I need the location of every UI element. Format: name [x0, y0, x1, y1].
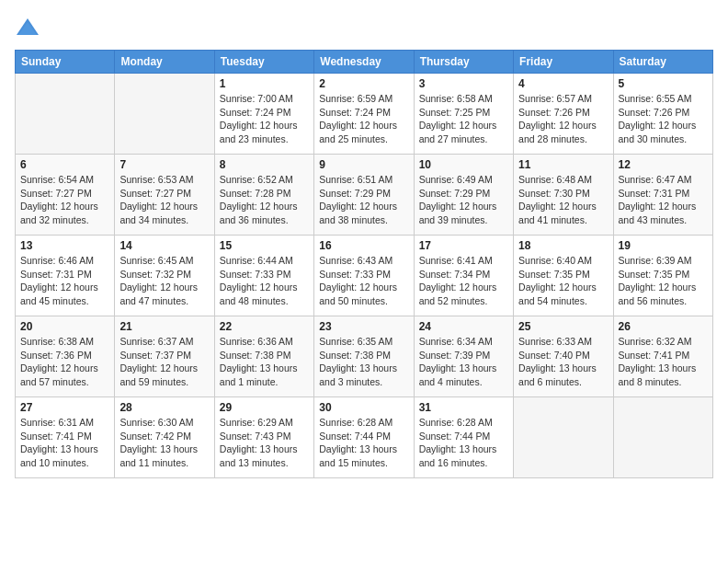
day-number: 12 — [619, 158, 708, 171]
calendar-cell — [115, 74, 214, 155]
day-number: 17 — [419, 239, 508, 252]
calendar-header-row: SundayMondayTuesdayWednesdayThursdayFrid… — [16, 51, 713, 74]
calendar-week-row: 27Sunrise: 6:31 AM Sunset: 7:41 PM Dayli… — [16, 397, 713, 478]
calendar-cell: 20Sunrise: 6:38 AM Sunset: 7:36 PM Dayli… — [16, 316, 115, 397]
day-detail: Sunrise: 6:46 AM Sunset: 7:31 PM Dayligh… — [20, 254, 109, 308]
day-detail: Sunrise: 6:41 AM Sunset: 7:34 PM Dayligh… — [419, 254, 508, 308]
day-detail: Sunrise: 6:39 AM Sunset: 7:35 PM Dayligh… — [619, 254, 708, 308]
day-number: 18 — [518, 239, 608, 252]
day-detail: Sunrise: 6:51 AM Sunset: 7:29 PM Dayligh… — [319, 173, 408, 227]
calendar-week-row: 6Sunrise: 6:54 AM Sunset: 7:27 PM Daylig… — [16, 155, 713, 236]
day-detail: Sunrise: 6:52 AM Sunset: 7:28 PM Dayligh… — [220, 173, 309, 227]
logo — [15, 15, 44, 40]
calendar-cell: 12Sunrise: 6:47 AM Sunset: 7:31 PM Dayli… — [613, 155, 712, 236]
day-detail: Sunrise: 6:33 AM Sunset: 7:40 PM Dayligh… — [518, 335, 608, 389]
day-number: 14 — [119, 239, 209, 252]
day-number: 1 — [220, 77, 309, 90]
col-header-tuesday: Tuesday — [214, 51, 313, 74]
day-number: 4 — [518, 77, 608, 90]
day-number: 25 — [518, 320, 608, 333]
calendar-cell — [514, 397, 613, 478]
calendar-cell: 14Sunrise: 6:45 AM Sunset: 7:32 PM Dayli… — [115, 236, 214, 316]
day-number: 22 — [220, 320, 309, 333]
day-detail: Sunrise: 6:53 AM Sunset: 7:27 PM Dayligh… — [119, 173, 209, 227]
day-number: 9 — [319, 158, 408, 171]
calendar-cell: 22Sunrise: 6:36 AM Sunset: 7:38 PM Dayli… — [214, 316, 313, 397]
day-number: 29 — [220, 401, 309, 414]
calendar-cell: 30Sunrise: 6:28 AM Sunset: 7:44 PM Dayli… — [314, 397, 414, 478]
day-detail: Sunrise: 6:55 AM Sunset: 7:26 PM Dayligh… — [619, 92, 708, 146]
day-number: 26 — [619, 320, 708, 333]
calendar-cell: 28Sunrise: 6:30 AM Sunset: 7:42 PM Dayli… — [115, 397, 214, 478]
day-detail: Sunrise: 6:45 AM Sunset: 7:32 PM Dayligh… — [119, 254, 209, 308]
calendar-cell: 6Sunrise: 6:54 AM Sunset: 7:27 PM Daylig… — [16, 155, 115, 236]
page-header — [15, 15, 713, 40]
day-number: 20 — [20, 320, 109, 333]
calendar-cell: 18Sunrise: 6:40 AM Sunset: 7:35 PM Dayli… — [514, 236, 613, 316]
calendar-week-row: 20Sunrise: 6:38 AM Sunset: 7:36 PM Dayli… — [16, 316, 713, 397]
calendar-cell: 5Sunrise: 6:55 AM Sunset: 7:26 PM Daylig… — [613, 74, 712, 155]
day-number: 5 — [619, 77, 708, 90]
day-detail: Sunrise: 6:43 AM Sunset: 7:33 PM Dayligh… — [319, 254, 408, 308]
calendar-cell — [16, 74, 115, 155]
day-number: 23 — [319, 320, 408, 333]
calendar-cell: 27Sunrise: 6:31 AM Sunset: 7:41 PM Dayli… — [16, 397, 115, 478]
calendar-cell: 15Sunrise: 6:44 AM Sunset: 7:33 PM Dayli… — [214, 236, 313, 316]
calendar-table: SundayMondayTuesdayWednesdayThursdayFrid… — [15, 50, 713, 478]
calendar-cell: 11Sunrise: 6:48 AM Sunset: 7:30 PM Dayli… — [514, 155, 613, 236]
calendar-cell: 31Sunrise: 6:28 AM Sunset: 7:44 PM Dayli… — [414, 397, 513, 478]
day-detail: Sunrise: 6:57 AM Sunset: 7:26 PM Dayligh… — [518, 92, 608, 146]
calendar-cell — [613, 397, 712, 478]
day-number: 3 — [419, 77, 508, 90]
calendar-cell: 25Sunrise: 6:33 AM Sunset: 7:40 PM Dayli… — [514, 316, 613, 397]
day-number: 8 — [220, 158, 309, 171]
calendar-cell: 2Sunrise: 6:59 AM Sunset: 7:24 PM Daylig… — [314, 74, 414, 155]
calendar-cell: 13Sunrise: 6:46 AM Sunset: 7:31 PM Dayli… — [16, 236, 115, 316]
calendar-cell: 7Sunrise: 6:53 AM Sunset: 7:27 PM Daylig… — [115, 155, 214, 236]
calendar-cell: 23Sunrise: 6:35 AM Sunset: 7:38 PM Dayli… — [314, 316, 414, 397]
day-detail: Sunrise: 6:48 AM Sunset: 7:30 PM Dayligh… — [518, 173, 608, 227]
day-detail: Sunrise: 6:36 AM Sunset: 7:38 PM Dayligh… — [220, 335, 309, 389]
logo-icon — [15, 15, 40, 40]
calendar-cell: 24Sunrise: 6:34 AM Sunset: 7:39 PM Dayli… — [414, 316, 513, 397]
calendar-cell: 9Sunrise: 6:51 AM Sunset: 7:29 PM Daylig… — [314, 155, 414, 236]
day-detail: Sunrise: 6:28 AM Sunset: 7:44 PM Dayligh… — [319, 416, 408, 470]
calendar-cell: 8Sunrise: 6:52 AM Sunset: 7:28 PM Daylig… — [214, 155, 313, 236]
calendar-cell: 19Sunrise: 6:39 AM Sunset: 7:35 PM Dayli… — [613, 236, 712, 316]
day-detail: Sunrise: 6:29 AM Sunset: 7:43 PM Dayligh… — [220, 416, 309, 470]
day-number: 31 — [419, 401, 508, 414]
day-detail: Sunrise: 6:35 AM Sunset: 7:38 PM Dayligh… — [319, 335, 408, 389]
day-detail: Sunrise: 6:54 AM Sunset: 7:27 PM Dayligh… — [20, 173, 109, 227]
day-detail: Sunrise: 6:47 AM Sunset: 7:31 PM Dayligh… — [619, 173, 708, 227]
day-number: 19 — [619, 239, 708, 252]
day-number: 13 — [20, 239, 109, 252]
day-detail: Sunrise: 6:59 AM Sunset: 7:24 PM Dayligh… — [319, 92, 408, 146]
calendar-cell: 29Sunrise: 6:29 AM Sunset: 7:43 PM Dayli… — [214, 397, 313, 478]
calendar-week-row: 1Sunrise: 7:00 AM Sunset: 7:24 PM Daylig… — [16, 74, 713, 155]
calendar-cell: 21Sunrise: 6:37 AM Sunset: 7:37 PM Dayli… — [115, 316, 214, 397]
col-header-thursday: Thursday — [414, 51, 513, 74]
day-number: 15 — [220, 239, 309, 252]
day-number: 30 — [319, 401, 408, 414]
calendar-cell: 1Sunrise: 7:00 AM Sunset: 7:24 PM Daylig… — [214, 74, 313, 155]
col-header-friday: Friday — [514, 51, 613, 74]
day-number: 7 — [119, 158, 209, 171]
day-detail: Sunrise: 6:32 AM Sunset: 7:41 PM Dayligh… — [619, 335, 708, 389]
day-number: 10 — [419, 158, 508, 171]
day-detail: Sunrise: 6:28 AM Sunset: 7:44 PM Dayligh… — [419, 416, 508, 470]
day-detail: Sunrise: 6:44 AM Sunset: 7:33 PM Dayligh… — [220, 254, 309, 308]
calendar-cell: 3Sunrise: 6:58 AM Sunset: 7:25 PM Daylig… — [414, 74, 513, 155]
day-detail: Sunrise: 6:38 AM Sunset: 7:36 PM Dayligh… — [20, 335, 109, 389]
day-detail: Sunrise: 6:31 AM Sunset: 7:41 PM Dayligh… — [20, 416, 109, 470]
col-header-sunday: Sunday — [16, 51, 115, 74]
day-detail: Sunrise: 6:30 AM Sunset: 7:42 PM Dayligh… — [119, 416, 209, 470]
day-number: 16 — [319, 239, 408, 252]
day-detail: Sunrise: 6:49 AM Sunset: 7:29 PM Dayligh… — [419, 173, 508, 227]
day-number: 6 — [20, 158, 109, 171]
day-number: 11 — [518, 158, 608, 171]
day-detail: Sunrise: 6:34 AM Sunset: 7:39 PM Dayligh… — [419, 335, 508, 389]
day-number: 24 — [419, 320, 508, 333]
day-number: 28 — [119, 401, 209, 414]
calendar-week-row: 13Sunrise: 6:46 AM Sunset: 7:31 PM Dayli… — [16, 236, 713, 316]
calendar-cell: 10Sunrise: 6:49 AM Sunset: 7:29 PM Dayli… — [414, 155, 513, 236]
